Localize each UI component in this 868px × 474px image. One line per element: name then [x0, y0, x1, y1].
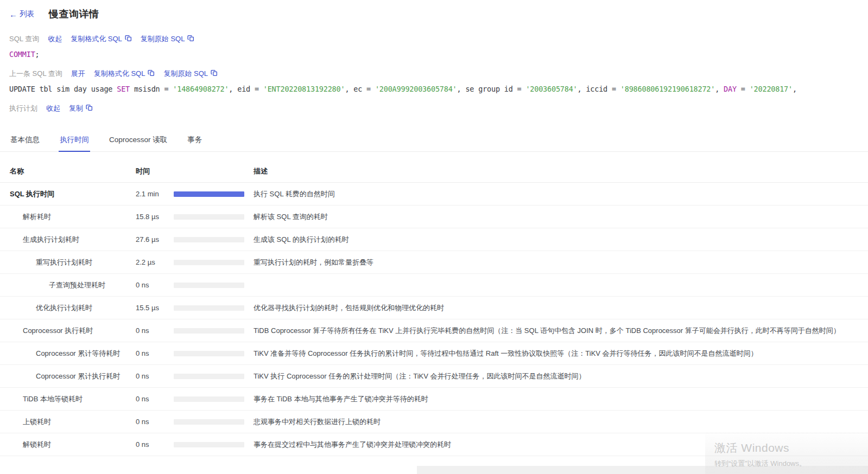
metric-time: 0 ns: [136, 372, 174, 380]
back-to-list-link[interactable]: ← 列表: [9, 9, 34, 19]
page-title: 慢查询详情: [49, 8, 99, 21]
metric-time: 2.2 µs: [136, 258, 174, 266]
plan-collapse-link[interactable]: 收起: [46, 104, 60, 113]
copy-raw-sql-button[interactable]: 复制原始 SQL: [141, 34, 195, 44]
metric-time: 0 ns: [136, 395, 174, 403]
prev-sql-label: 上一条 SQL 查询: [9, 69, 62, 79]
previous-sql-code: UPDATE tbl_sim_day_usage SET msisdn = '1…: [0, 85, 868, 93]
col-header-time: 时间: [136, 166, 254, 176]
table-header: 名称 时间 描述: [0, 161, 868, 183]
table-row: Coprocessor 执行耗时0 nsTiDB Coprocessor 算子等…: [0, 319, 868, 342]
sql-collapse-link[interactable]: 收起: [48, 34, 62, 44]
bar-track: [174, 442, 244, 447]
col-header-desc: 描述: [254, 166, 868, 176]
prev-copy-formatted-sql-label: 复制格式化 SQL: [94, 69, 145, 79]
prev-sql-section-header: 上一条 SQL 查询 展开 复制格式化 SQL 复制原始 SQL: [0, 69, 868, 79]
metric-bar: [174, 237, 254, 242]
table-row: 重写执行计划耗时2.2 µs重写执行计划的耗时，例如常量折叠等: [0, 251, 868, 274]
table-row: 优化执行计划耗时15.5 µs优化器寻找执行计划的耗时，包括规则优化和物理优化的…: [0, 297, 868, 319]
table-row: TiDB 本地等锁耗时0 ns事务在 TiDB 本地与其他事务产生了锁冲突并等待…: [0, 388, 868, 411]
metric-desc: 优化器寻找执行计划的耗时，包括规则优化和物理优化的耗时: [254, 303, 868, 313]
metric-bar: [174, 351, 254, 356]
bar-track: [174, 419, 244, 425]
metric-name: 子查询预处理耗时: [0, 280, 136, 290]
metric-desc: 悲观事务中对相关行数据进行上锁的耗时: [254, 417, 868, 427]
detail-tabs: 基本信息执行时间Coprocessor 读取事务: [0, 131, 868, 152]
table-row: Coprocessor 累计等待耗时0 nsTiKV 准备并等待 Coproce…: [0, 342, 868, 365]
watermark-line1: 激活 Windows: [714, 440, 806, 456]
table-row: Coprocessor 累计执行耗时0 nsTiKV 执行 Coprocesso…: [0, 365, 868, 388]
metric-name: 上锁耗时: [0, 417, 136, 427]
metric-time: 15.8 µs: [136, 213, 174, 221]
bar-track: [174, 396, 244, 402]
metric-bar: [174, 442, 254, 447]
plan-copy-button[interactable]: 复制: [69, 104, 93, 113]
metric-time: 0 ns: [136, 349, 174, 357]
metric-name: 优化执行计划耗时: [0, 303, 136, 313]
metric-desc: 执行 SQL 耗费的自然时间: [254, 189, 868, 199]
metric-bar: [174, 419, 254, 425]
metric-time: 15.5 µs: [136, 304, 174, 312]
metric-name: SQL 执行时间: [0, 189, 136, 199]
metric-bar: [174, 214, 254, 220]
prev-sql-expand-link[interactable]: 展开: [71, 69, 85, 79]
sql-query-label: SQL 查询: [9, 34, 39, 44]
metric-time: 0 ns: [136, 418, 174, 426]
metric-desc: TiDB Coprocessor 算子等待所有任务在 TiKV 上并行执行完毕耗…: [254, 326, 868, 336]
sql-query-section-header: SQL 查询 收起 复制格式化 SQL 复制原始 SQL: [0, 34, 868, 44]
col-header-name: 名称: [0, 166, 136, 176]
metric-desc: 重写执行计划的耗时，例如常量折叠等: [254, 258, 868, 267]
copy-icon: [125, 35, 132, 43]
metric-desc: 生成该 SQL 的执行计划的耗时: [254, 235, 868, 245]
metric-time: 0 ns: [136, 281, 174, 289]
prev-copy-raw-sql-button[interactable]: 复制原始 SQL: [163, 69, 218, 79]
metric-bar: [174, 328, 254, 334]
back-link-label: 列表: [20, 9, 34, 19]
table-row: SQL 执行时间2.1 min执行 SQL 耗费的自然时间: [0, 183, 868, 206]
metric-name: Coprocessor 累计等待耗时: [0, 349, 136, 358]
tab-Coprocessor 读取[interactable]: Coprocessor 读取: [108, 132, 168, 151]
copy-formatted-sql-label: 复制格式化 SQL: [71, 34, 122, 44]
prev-copy-raw-sql-label: 复制原始 SQL: [163, 69, 208, 79]
plan-copy-label: 复制: [69, 104, 83, 113]
tab-事务[interactable]: 事务: [186, 132, 203, 151]
bar-track: [174, 374, 244, 379]
metric-time: 0 ns: [136, 440, 174, 449]
copy-formatted-sql-button[interactable]: 复制格式化 SQL: [71, 34, 132, 44]
metric-desc: 解析该 SQL 查询的耗时: [254, 212, 868, 222]
metric-desc: 事务在 TiDB 本地与其他事务产生了锁冲突并等待的耗时: [254, 394, 868, 404]
metric-name: TiDB 本地等锁耗时: [0, 394, 136, 404]
slow-query-detail-page: ← 列表 慢查询详情 SQL 查询 收起 复制格式化 SQL 复制原始 SQL …: [0, 0, 868, 456]
plan-section-header: 执行计划 收起 复制: [0, 104, 868, 113]
metric-bar: [174, 305, 254, 311]
copy-icon: [211, 69, 218, 78]
copy-icon: [86, 104, 93, 113]
metric-name: Coprocessor 累计执行耗时: [0, 371, 136, 381]
bar-track: [174, 351, 244, 356]
bar-track: [174, 260, 244, 265]
metric-name: 解锁耗时: [0, 440, 136, 450]
metric-bar: [174, 191, 254, 197]
metric-desc: TiKV 执行 Coprocessor 任务的累计处理时间（注：TiKV 会并行…: [254, 371, 868, 381]
current-sql-code: COMMIT;: [0, 50, 868, 59]
metric-bar: [174, 396, 254, 402]
watermark-line2: 转到“设置”以激活 Windows。: [714, 459, 806, 469]
table-row: 上锁耗时0 ns悲观事务中对相关行数据进行上锁的耗时: [0, 411, 868, 433]
metric-name: 生成执行计划耗时: [0, 235, 136, 245]
bar-track: [174, 191, 244, 197]
metric-time: 0 ns: [136, 326, 174, 335]
bar-track: [174, 328, 244, 334]
table-row: 解析耗时15.8 µs解析该 SQL 查询的耗时: [0, 206, 868, 228]
tab-基本信息[interactable]: 基本信息: [9, 132, 41, 151]
metric-time: 2.1 min: [136, 190, 174, 198]
plan-label: 执行计划: [9, 104, 37, 113]
execution-time-table: 名称 时间 描述 SQL 执行时间2.1 min执行 SQL 耗费的自然时间解析…: [0, 161, 868, 456]
tab-执行时间[interactable]: 执行时间: [59, 132, 90, 152]
windows-activation-watermark: 激活 Windows 转到“设置”以激活 Windows。: [714, 440, 806, 469]
table-body: SQL 执行时间2.1 min执行 SQL 耗费的自然时间解析耗时15.8 µs…: [0, 183, 868, 456]
metric-desc: TiKV 准备并等待 Coprocessor 任务执行的累计时间，等待过程中包括…: [254, 349, 868, 358]
back-arrow-icon: ←: [9, 10, 17, 18]
prev-copy-formatted-sql-button[interactable]: 复制格式化 SQL: [94, 69, 155, 79]
copy-raw-sql-label: 复制原始 SQL: [141, 34, 185, 44]
metric-name: 解析耗时: [0, 212, 136, 222]
